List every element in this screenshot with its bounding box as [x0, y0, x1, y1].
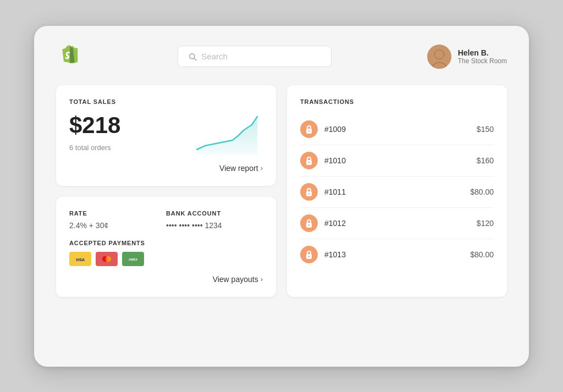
payment-cards-row: VISA — [69, 252, 263, 266]
svg-point-20 — [308, 193, 310, 194]
svg-text:VISA: VISA — [76, 258, 85, 262]
lock-icon — [305, 156, 313, 165]
view-payouts-label: View payouts — [213, 275, 258, 284]
transaction-left: #1012 — [300, 214, 346, 232]
user-profile: Helen B. The Stock Room — [427, 45, 507, 69]
transaction-id: #1012 — [324, 219, 346, 228]
avatar — [427, 45, 451, 69]
search-placeholder: Search — [201, 52, 228, 61]
bank-label: BANK ACCOUNT — [166, 210, 263, 217]
lock-badge — [300, 214, 318, 232]
view-report-link[interactable]: View report › — [219, 164, 263, 173]
accepted-label: ACCEPTED PAYMENTS — [69, 240, 263, 246]
bank-value: •••• •••• •••• 1234 — [166, 221, 263, 230]
lock-icon — [305, 250, 313, 259]
transaction-id: #1010 — [324, 156, 346, 165]
transaction-left: #1013 — [300, 246, 346, 263]
card-amex: AMEX — [122, 252, 144, 266]
logo-container — [56, 43, 82, 70]
transaction-left: #1009 — [300, 120, 346, 138]
bank-section: BANK ACCOUNT •••• •••• •••• 1234 — [166, 210, 263, 230]
header: Search Helen B. The Stock Room — [56, 43, 507, 70]
user-info: Helen B. The Stock Room — [458, 48, 507, 65]
transaction-amount: $160 — [477, 156, 494, 165]
view-report-label: View report — [219, 164, 258, 173]
svg-point-22 — [308, 224, 310, 225]
total-sales-label: TOTAL SALES — [69, 98, 263, 105]
svg-point-24 — [308, 256, 310, 257]
card-mastercard — [96, 252, 118, 266]
view-payouts-chevron: › — [261, 275, 263, 283]
transactions-label: TRANSACTIONS — [300, 98, 494, 105]
transaction-left: #1011 — [300, 183, 346, 201]
payment-info-card: RATE 2.4% + 30¢ BANK ACCOUNT •••• •••• •… — [56, 197, 276, 297]
svg-point-16 — [308, 130, 310, 131]
left-column: TOTAL SALES $218 6 total orders — [56, 85, 276, 297]
payment-footer: View payouts › — [69, 275, 263, 284]
transaction-amount: $80.00 — [470, 250, 494, 259]
payment-card-grid: RATE 2.4% + 30¢ BANK ACCOUNT •••• •••• •… — [69, 210, 263, 230]
svg-point-18 — [308, 162, 310, 163]
view-report-chevron: › — [261, 164, 263, 172]
transaction-row[interactable]: #1010 $160 — [300, 145, 494, 176]
transaction-row[interactable]: #1013 $80.00 — [300, 239, 494, 270]
transaction-id: #1011 — [324, 187, 346, 196]
sales-amount: $218 — [69, 114, 120, 137]
lock-badge — [300, 183, 318, 201]
transaction-amount: $150 — [477, 125, 494, 134]
shopify-logo — [56, 43, 82, 70]
lock-icon — [305, 219, 313, 228]
transaction-id: #1009 — [324, 125, 346, 134]
rate-value: 2.4% + 30¢ — [69, 221, 166, 230]
transaction-amount: $80.00 — [470, 187, 494, 196]
svg-line-1 — [194, 58, 196, 60]
avatar-image — [427, 45, 451, 69]
sales-left: $218 6 total orders — [69, 114, 120, 152]
main-grid: TOTAL SALES $218 6 total orders — [56, 85, 507, 297]
sales-content: $218 6 total orders — [69, 114, 263, 155]
view-payouts-link[interactable]: View payouts › — [213, 275, 263, 284]
transaction-row[interactable]: #1012 $120 — [300, 208, 494, 239]
user-name: Helen B. — [458, 48, 507, 57]
transactions-card: TRANSACTIONS #1009 $150 — [287, 85, 507, 297]
sales-footer: View report › — [69, 164, 263, 173]
accepted-payments-section: ACCEPTED PAYMENTS VISA — [69, 240, 263, 266]
search-icon — [188, 52, 197, 61]
search-bar[interactable]: Search — [178, 46, 332, 67]
card-visa: VISA — [69, 252, 91, 266]
transaction-amount: $120 — [477, 219, 494, 228]
transaction-id: #1013 — [324, 250, 346, 259]
lock-badge — [300, 120, 318, 138]
svg-text:AMEX: AMEX — [129, 258, 137, 261]
lock-icon — [305, 187, 313, 196]
lock-badge — [300, 246, 318, 263]
transaction-row[interactable]: #1011 $80.00 — [300, 176, 494, 208]
transaction-row[interactable]: #1009 $150 — [300, 114, 494, 145]
sales-orders: 6 total orders — [69, 143, 120, 152]
svg-marker-7 — [197, 117, 257, 155]
user-store: The Stock Room — [458, 57, 507, 65]
lock-icon — [305, 125, 313, 134]
svg-point-5 — [435, 50, 444, 59]
transaction-left: #1010 — [300, 152, 346, 169]
rate-section: RATE 2.4% + 30¢ — [69, 210, 166, 230]
rate-label: RATE — [69, 210, 166, 217]
lock-badge — [300, 152, 318, 169]
device-frame: Search Helen B. The Stock Room — [34, 26, 529, 367]
transactions-list: #1009 $150 #1010 $160 — [300, 114, 494, 270]
sales-chart — [191, 114, 263, 155]
total-sales-card: TOTAL SALES $218 6 total orders — [56, 85, 276, 186]
